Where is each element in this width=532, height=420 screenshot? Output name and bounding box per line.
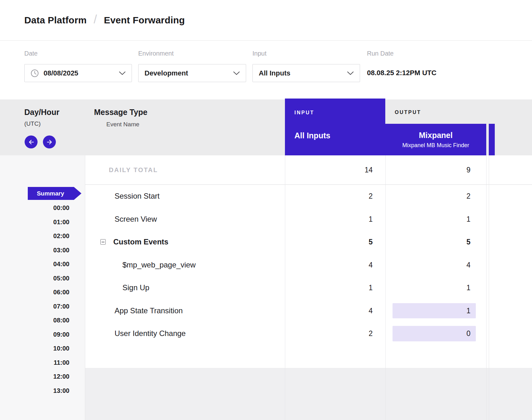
clock-icon — [31, 69, 39, 77]
message-type-header: Message Type — [94, 108, 147, 117]
output-count: 0 — [385, 329, 470, 338]
input-column-header[interactable]: INPUT All Inputs — [285, 99, 385, 155]
output-column-label: OUTPUT — [395, 110, 421, 115]
chevron-down-icon — [119, 71, 126, 75]
hour-item[interactable]: 08:00 — [0, 313, 69, 327]
output-count: 2 — [385, 192, 470, 201]
column-divider — [385, 155, 386, 420]
daily-total-row: DAILY TOTAL 14 9 — [85, 155, 532, 185]
output-subtitle: Mixpanel MB Music Finder — [402, 142, 469, 149]
hour-item[interactable]: 04:00 — [0, 257, 69, 271]
output-count: 4 — [385, 261, 470, 269]
filter-bar: Date 08/08/2025 Environment Development … — [0, 41, 532, 99]
input-count: 4 — [285, 306, 373, 315]
environment-filter-label: Environment — [138, 50, 174, 57]
event-name-subheader: Event Name — [106, 121, 139, 128]
page-title: Event Forwarding — [104, 15, 185, 26]
hour-item[interactable]: 03:00 — [0, 243, 69, 257]
hour-item[interactable]: 13:00 — [0, 384, 69, 398]
input-count: 1 — [285, 284, 373, 292]
date-filter-label: Date — [24, 50, 38, 57]
hour-item[interactable]: 05:00 — [0, 271, 69, 285]
event-forwarding-page: Data Platform / Event Forwarding Date 08… — [0, 0, 532, 420]
output-column-header-mixpanel[interactable]: Mixpanel Mixpanel MB Music Finder — [385, 124, 486, 155]
row-label: Custom Events — [113, 237, 168, 246]
summary-row-selector[interactable]: Summary — [28, 187, 81, 200]
arrow-left-icon — [28, 139, 34, 145]
table-row-mp-web-page-view: $mp_web_page_view 4 4 — [85, 254, 532, 277]
output-count: 1 — [385, 284, 470, 292]
input-count: 4 — [285, 261, 373, 269]
breadcrumb-section[interactable]: Data Platform — [24, 15, 87, 26]
table-row-screen-view: Screen View 1 1 — [85, 208, 532, 231]
day-navigation — [25, 135, 56, 148]
hour-item[interactable]: 07:00 — [0, 299, 69, 314]
input-column-label: INPUT — [294, 110, 314, 116]
hour-item[interactable]: 09:00 — [0, 327, 69, 342]
input-count: 2 — [285, 329, 373, 338]
table-row-custom-events: Custom Events 5 5 — [85, 231, 532, 254]
row-label: Screen View — [115, 215, 157, 224]
hour-item[interactable]: 02:00 — [0, 229, 69, 243]
next-day-button[interactable] — [43, 135, 56, 148]
date-select-value: 08/08/2025 — [44, 69, 78, 77]
daily-total-output-value: 9 — [385, 166, 470, 174]
row-label: User Identity Change — [115, 329, 186, 338]
event-rows: Session Start 2 2 Screen View 1 1 Custom… — [85, 185, 532, 345]
output-name: Mixpanel — [419, 131, 453, 140]
previous-day-button[interactable] — [25, 135, 38, 148]
hour-item[interactable]: 00:00 — [0, 201, 69, 215]
arrow-right-icon — [46, 139, 53, 145]
input-filter-label: Input — [252, 50, 266, 57]
environment-select-value: Development — [145, 69, 188, 77]
chevron-down-icon — [347, 71, 354, 75]
breadcrumb-separator: / — [94, 13, 97, 26]
table-row-app-state-transition: App State Transition 4 1 — [85, 299, 532, 322]
hour-item[interactable]: 12:00 — [0, 369, 69, 384]
daily-total-input-value: 14 — [285, 166, 373, 174]
column-divider — [486, 155, 487, 420]
output-count: 1 — [385, 215, 470, 223]
row-label: $mp_web_page_view — [122, 261, 196, 269]
day-hour-header: Day/Hour — [24, 108, 59, 117]
hour-list: 00:00 01:00 02:00 03:00 04:00 05:00 06:0… — [0, 201, 69, 398]
column-divider — [489, 155, 489, 420]
column-divider — [285, 155, 285, 420]
hour-item[interactable]: 06:00 — [0, 285, 69, 299]
output-count: 5 — [385, 238, 470, 246]
run-date-value: 08.08.25 2:12PM UTC — [367, 69, 436, 77]
row-label: App State Transition — [115, 306, 183, 315]
table-row-sign-up: Sign Up 1 1 — [85, 276, 532, 299]
date-select[interactable]: 08/08/2025 — [24, 64, 132, 82]
input-count: 2 — [285, 192, 373, 201]
run-date-label: Run Date — [367, 50, 394, 57]
hour-item[interactable]: 01:00 — [0, 215, 69, 229]
table-row-user-identity-change: User Identity Change 2 0 — [85, 322, 532, 345]
input-count: 1 — [285, 215, 373, 223]
day-hour-column: Summary 00:00 01:00 02:00 03:00 04:00 05… — [0, 155, 85, 420]
chevron-down-icon — [233, 71, 240, 75]
collapse-minus-icon[interactable] — [100, 239, 106, 245]
next-output-column-partial[interactable] — [489, 124, 495, 155]
day-hour-timezone: (UTC) — [24, 120, 41, 127]
hour-item[interactable]: 10:00 — [0, 341, 69, 356]
input-select[interactable]: All Inputs — [252, 64, 360, 82]
event-forwarding-table: Day/Hour (UTC) Message Type Event Name I… — [0, 99, 532, 420]
output-count: 1 — [385, 306, 470, 315]
row-label: Session Start — [115, 192, 160, 201]
hour-item[interactable]: 11:00 — [0, 356, 69, 370]
input-count: 5 — [285, 238, 373, 246]
breadcrumb: Data Platform / Event Forwarding — [0, 0, 532, 41]
table-row-session-start: Session Start 2 2 — [85, 185, 532, 208]
daily-total-label: DAILY TOTAL — [109, 166, 158, 174]
row-label: Sign Up — [122, 283, 149, 292]
input-column-value: All Inputs — [294, 131, 330, 140]
environment-select[interactable]: Development — [138, 64, 246, 82]
table-footer-area — [85, 368, 532, 420]
input-select-value: All Inputs — [259, 69, 290, 77]
